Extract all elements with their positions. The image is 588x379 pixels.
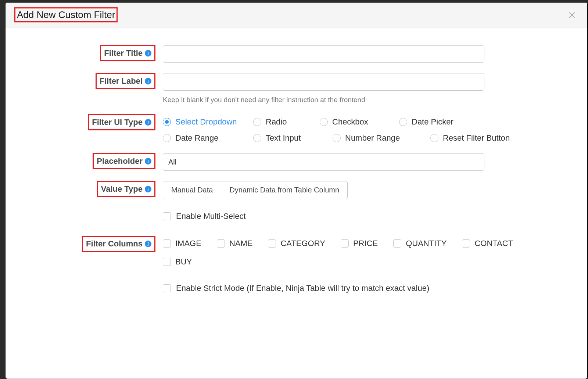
ui-type-radio-option[interactable]: Select Dropdown [163, 117, 240, 127]
ui-type-radio-option[interactable]: Reset Filter Button [430, 133, 515, 143]
checkbox-icon [163, 212, 171, 220]
info-icon[interactable]: i [145, 186, 151, 192]
radio-label: Reset Filter Button [443, 133, 510, 143]
info-icon[interactable]: i [145, 241, 151, 247]
filter-column-checkbox[interactable]: BUY [163, 257, 192, 267]
close-icon [569, 12, 575, 18]
radio-icon [163, 118, 171, 126]
filter-title-input[interactable] [163, 45, 484, 63]
row-value-type: Value Type i Manual DataDynamic Data fro… [20, 181, 573, 199]
radio-icon [430, 134, 438, 142]
label-filter-label: Filter Label i [96, 73, 155, 89]
value-type-option[interactable]: Dynamic Data from Table Column [221, 181, 347, 199]
filter-column-label: CONTACT [474, 239, 513, 248]
label-filter-ui-type: Filter UI Type i [88, 114, 155, 130]
radio-label: Text Input [266, 133, 301, 143]
filter-column-label: BUY [175, 257, 192, 267]
value-type-option[interactable]: Manual Data [163, 181, 221, 199]
checkbox-icon [217, 239, 225, 248]
checkbox-icon [341, 239, 349, 248]
radio-icon [253, 118, 261, 126]
ui-type-radio-option[interactable]: Text Input [253, 133, 319, 143]
row-filter-columns: Filter Columns i IMAGENAMECATEGORYPRICEQ… [20, 236, 573, 267]
info-icon[interactable]: i [145, 78, 151, 84]
radio-label: Number Range [345, 133, 400, 143]
row-filter-title: Filter Title i [20, 45, 573, 63]
radio-label: Checkbox [332, 117, 368, 127]
checkbox-icon [462, 239, 470, 248]
strict-mode-label: Enable Strict Mode (If Enable, Ninja Tab… [176, 284, 429, 293]
filter-column-checkbox[interactable]: CATEGORY [268, 239, 325, 248]
close-button[interactable] [565, 8, 578, 22]
label-filter-columns: Filter Columns i [82, 236, 155, 252]
radio-label: Date Range [175, 133, 218, 143]
label-value-type: Value Type i [97, 181, 155, 197]
row-filter-label: Filter Label i Keep it blank if you don'… [20, 73, 573, 104]
radio-icon [253, 134, 261, 142]
modal-title: Add New Custom Filter [14, 7, 118, 22]
radio-label: Date Picker [412, 117, 453, 127]
strict-mode-checkbox[interactable]: Enable Strict Mode (If Enable, Ninja Tab… [163, 281, 551, 293]
filter-column-checkbox[interactable]: CONTACT [462, 239, 513, 248]
info-icon[interactable]: i [145, 50, 151, 57]
filter-column-label: PRICE [353, 239, 378, 248]
info-icon[interactable]: i [145, 158, 151, 165]
filter-label-input[interactable] [163, 73, 484, 91]
radio-label: Radio [266, 117, 287, 127]
info-icon[interactable]: i [145, 119, 151, 126]
filter-column-label: CATEGORY [280, 239, 325, 248]
ui-type-radio-group: Select DropdownRadioCheckboxDate PickerD… [163, 114, 551, 143]
ui-type-radio-option[interactable]: Number Range [333, 133, 417, 143]
modal-dialog: Add New Custom Filter Filter Title i Fil… [5, 2, 588, 379]
checkbox-icon [163, 258, 171, 266]
checkbox-icon [163, 284, 171, 292]
row-multi-select: Enable Multi-Select [20, 209, 573, 225]
ui-type-radio-option[interactable]: Date Picker [399, 117, 465, 127]
label-placeholder: Placeholder i [93, 153, 155, 169]
radio-icon [399, 118, 407, 126]
checkbox-icon [163, 239, 171, 248]
filter-column-label: QUANTITY [406, 239, 447, 248]
modal-body: Filter Title i Filter Label i Keep it bl… [6, 28, 587, 315]
ui-type-radio-option[interactable]: Checkbox [320, 117, 386, 127]
modal-header: Add New Custom Filter [6, 3, 587, 28]
filter-label-helper: Keep it blank if you don't need any filt… [163, 96, 484, 104]
filter-columns-group: IMAGENAMECATEGORYPRICEQUANTITYCONTACTBUY [163, 236, 551, 267]
radio-icon [320, 118, 328, 126]
placeholder-input[interactable] [163, 153, 484, 171]
value-type-segmented: Manual DataDynamic Data from Table Colum… [163, 181, 348, 199]
label-filter-title: Filter Title i [100, 45, 155, 61]
radio-icon [163, 134, 171, 142]
filter-column-checkbox[interactable]: PRICE [341, 239, 378, 248]
row-strict-mode: Enable Strict Mode (If Enable, Ninja Tab… [20, 281, 573, 297]
row-filter-ui-type: Filter UI Type i Select DropdownRadioChe… [20, 114, 573, 143]
row-placeholder: Placeholder i [20, 153, 573, 171]
multi-select-label: Enable Multi-Select [176, 212, 246, 221]
filter-column-checkbox[interactable]: IMAGE [163, 239, 201, 248]
radio-label: Select Dropdown [175, 117, 237, 127]
filter-column-label: NAME [229, 239, 253, 248]
checkbox-icon [393, 239, 401, 248]
radio-icon [333, 134, 341, 142]
multi-select-checkbox[interactable]: Enable Multi-Select [163, 209, 551, 221]
filter-column-checkbox[interactable]: NAME [217, 239, 253, 248]
ui-type-radio-option[interactable]: Radio [253, 117, 306, 127]
ui-type-radio-option[interactable]: Date Range [163, 133, 240, 143]
filter-column-label: IMAGE [175, 239, 201, 248]
checkbox-icon [268, 239, 276, 248]
filter-column-checkbox[interactable]: QUANTITY [393, 239, 447, 248]
